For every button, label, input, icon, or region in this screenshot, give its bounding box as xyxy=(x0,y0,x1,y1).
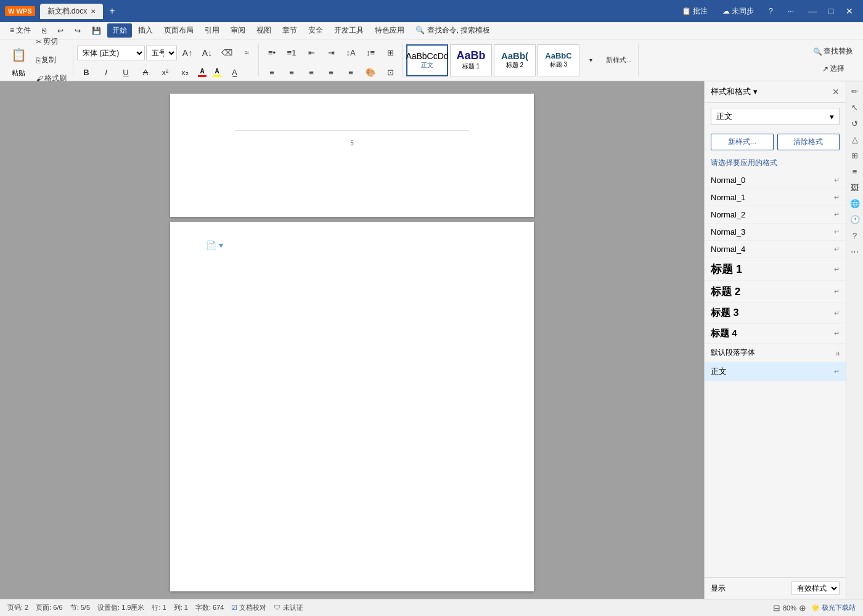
char-border-button[interactable]: A̲ xyxy=(225,64,243,81)
maximize-button[interactable]: □ xyxy=(822,2,840,20)
indent-increase-button[interactable]: ⇥ xyxy=(322,44,340,62)
style-item-normal2[interactable]: Normal_2 ↵ xyxy=(705,206,846,224)
style-heading3-preview[interactable]: AaBbC 标题 3 xyxy=(538,44,579,76)
zoom-in-button[interactable]: ⊟ xyxy=(773,603,780,613)
indent-decrease-button[interactable]: ⇤ xyxy=(302,44,321,62)
cut-button[interactable]: ✂ 剪切 xyxy=(32,33,70,51)
line-spacing-button[interactable]: ↕≡ xyxy=(361,44,380,62)
right-tool-globe[interactable]: 🌐 xyxy=(848,196,862,211)
right-tool-image[interactable]: 🖼 xyxy=(848,180,862,195)
batch-comment-button[interactable]: 📋 批注 xyxy=(677,5,713,18)
sort-button[interactable]: ↕A xyxy=(342,44,360,62)
menu-review[interactable]: 审阅 xyxy=(226,23,250,38)
close-button[interactable]: ✕ xyxy=(841,2,858,20)
panel-close-button[interactable]: ✕ xyxy=(832,87,840,97)
panel-footer: 显示 有效样式 xyxy=(705,577,846,599)
right-tool-pen[interactable]: ✏ xyxy=(848,84,862,99)
right-tool-clock[interactable]: 🕐 xyxy=(848,212,862,227)
style-scroll-down[interactable]: ▾ xyxy=(581,52,600,69)
status-right: ⊟ 80% ⊕ 🌟 极光下载站 xyxy=(773,603,856,613)
menu-page-layout[interactable]: 页面布局 xyxy=(159,23,198,38)
menu-dev-tools[interactable]: 开发工具 xyxy=(329,23,369,38)
style-item-normal4[interactable]: Normal_4 ↵ xyxy=(705,241,846,258)
paste-group: 📋 粘贴 ✂ 剪切 ⎘ 复制 🖌 格式刷 xyxy=(4,44,73,76)
panel-footer-select[interactable]: 有效样式 xyxy=(791,582,840,595)
style-item-normal1[interactable]: Normal_1 ↵ xyxy=(705,189,846,206)
bullet-list-button[interactable]: ≡• xyxy=(263,44,281,62)
menu-start[interactable]: 开始 xyxy=(107,23,132,38)
superscript-button[interactable]: x² xyxy=(156,64,174,81)
right-tool-more[interactable]: ⋯ xyxy=(848,244,862,259)
style-item-heading1[interactable]: 标题 1 ↵ xyxy=(705,258,846,281)
more-button[interactable]: ··· xyxy=(783,6,799,17)
font-size-decrease-button[interactable]: A↓ xyxy=(198,44,216,62)
numbered-list-button[interactable]: ≡1 xyxy=(282,44,301,62)
menu-features[interactable]: 特色应用 xyxy=(370,23,409,38)
style-item-defaultpara[interactable]: 默认段落字体 a xyxy=(705,344,846,362)
right-tool-table[interactable]: ⊞ xyxy=(848,148,862,163)
right-tool-help[interactable]: ? xyxy=(848,228,862,243)
style-normal-preview[interactable]: AaBbCcDd 正文 xyxy=(406,44,448,76)
style-item-heading3[interactable]: 标题 3 ↵ xyxy=(705,303,846,324)
border-button[interactable]: ⊞ xyxy=(381,44,399,62)
font-color-button[interactable]: A xyxy=(195,66,209,79)
clear-format-panel-button[interactable]: 清除格式 xyxy=(777,134,840,150)
justify-button[interactable]: ≡ xyxy=(322,64,340,81)
clear-format-button[interactable]: ⌫ xyxy=(218,44,236,62)
page-6[interactable]: 📄 ▾ xyxy=(170,222,534,591)
copy-button[interactable]: ⎘ 复制 xyxy=(32,52,70,69)
underline-button[interactable]: U xyxy=(117,64,135,81)
subscript-button[interactable]: x₂ xyxy=(176,64,194,81)
strikethrough-button[interactable]: A xyxy=(136,64,155,81)
menu-save[interactable]: 💾 xyxy=(87,25,106,37)
paste-button[interactable]: 📋 xyxy=(6,43,31,67)
menu-reference[interactable]: 引用 xyxy=(200,23,224,38)
para-border-button[interactable]: ⊡ xyxy=(381,64,399,81)
document-area[interactable]: 5 📄 ▾ xyxy=(0,81,704,599)
minimize-button[interactable]: — xyxy=(804,2,821,20)
style-heading2-preview[interactable]: AaBb( 标题 2 xyxy=(494,44,536,76)
menu-security[interactable]: 安全 xyxy=(303,23,328,38)
add-tab-button[interactable]: + xyxy=(105,6,118,17)
style-item-normal0[interactable]: Normal_0 ↵ xyxy=(705,172,846,189)
char-spacing-button[interactable]: ≈ xyxy=(237,44,256,62)
find-replace-button[interactable]: 🔍 查找替换 xyxy=(809,44,857,59)
menu-insert[interactable]: 插入 xyxy=(133,23,158,38)
menu-redo[interactable]: ↪ xyxy=(70,25,86,37)
sync-button[interactable]: ☁ 未同步 xyxy=(718,5,759,18)
bold-button[interactable]: B xyxy=(77,64,96,81)
style-item-heading2[interactable]: 标题 2 ↵ xyxy=(705,281,846,303)
style-item-zhengwen[interactable]: 正文 ↵ xyxy=(705,362,846,381)
distributed-button[interactable]: ≡ xyxy=(342,64,360,81)
align-left-button[interactable]: ≡ xyxy=(263,64,281,81)
menu-section[interactable]: 章节 xyxy=(277,23,302,38)
new-style-button[interactable]: 新样式... xyxy=(602,53,636,68)
align-center-button[interactable]: ≡ xyxy=(282,64,301,81)
panel-style-dropdown[interactable]: 正文 ▾ xyxy=(711,108,840,125)
shading-button[interactable]: 🎨 xyxy=(361,64,380,81)
style-item-normal3[interactable]: Normal_3 ↵ xyxy=(705,224,846,241)
font-size-select[interactable]: 五号 xyxy=(146,46,177,60)
right-tool-rotate[interactable]: ↺ xyxy=(848,116,862,131)
tab-close-icon[interactable]: ✕ xyxy=(91,8,96,15)
style-label-normal4: Normal_4 xyxy=(711,245,745,254)
menu-view[interactable]: 视图 xyxy=(252,23,276,38)
right-tool-lines[interactable]: ≡ xyxy=(848,164,862,179)
menu-search[interactable]: 🔍 查找命令, 搜索模板 xyxy=(411,23,495,38)
select-button[interactable]: ↗ 选择 xyxy=(819,62,848,76)
new-style-panel-button[interactable]: 新样式... xyxy=(711,134,774,150)
right-tool-triangle[interactable]: △ xyxy=(848,132,862,147)
align-right-button[interactable]: ≡ xyxy=(302,64,321,81)
zoom-out-button[interactable]: ⊕ xyxy=(799,603,806,613)
font-size-increase-button[interactable]: A↑ xyxy=(178,44,197,62)
help-button[interactable]: ? xyxy=(764,6,778,17)
spell-check-status[interactable]: ☑ 文档校对 xyxy=(231,603,266,612)
style-item-heading4[interactable]: 标题 4 ↵ xyxy=(705,324,846,344)
document-tab[interactable]: 新文档.docx ✕ xyxy=(40,4,104,19)
italic-button[interactable]: I xyxy=(97,64,115,81)
font-family-select[interactable]: 宋体 (正文) xyxy=(77,46,145,60)
style-heading1-preview[interactable]: AaBb 标题 1 xyxy=(450,44,492,76)
right-tool-cursor[interactable]: ↖ xyxy=(848,100,862,115)
menu-file[interactable]: ≡ 文件 xyxy=(5,23,36,38)
highlight-button[interactable]: A xyxy=(210,66,224,79)
